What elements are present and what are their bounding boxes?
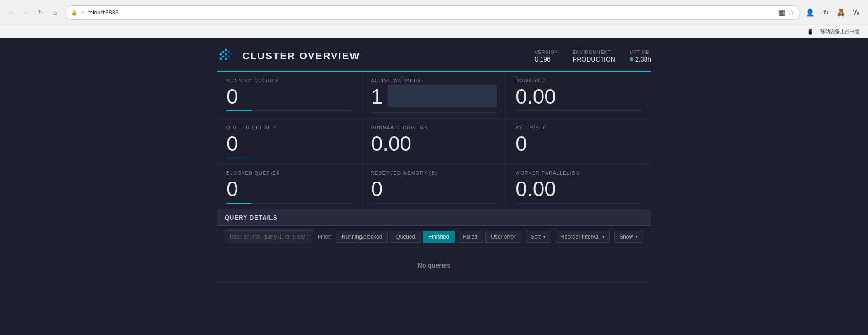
- svg-point-6: [231, 53, 233, 56]
- forward-button[interactable]: →: [20, 6, 33, 19]
- metric-blocked-queries: BLOCKED QUERIES 0: [217, 164, 362, 210]
- cluster-logo: [217, 47, 235, 65]
- back-button[interactable]: ←: [5, 6, 18, 19]
- show-dropdown[interactable]: Show ▼: [614, 231, 643, 243]
- reorder-interval-label: Reorder Interval: [561, 234, 599, 240]
- extensions-button[interactable]: 🧸: [835, 6, 847, 19]
- uptime-stat: UPTIME 2.38h: [630, 50, 651, 63]
- reorder-interval-arrow-icon: ▼: [601, 235, 605, 239]
- metric-bar-4: [371, 158, 497, 158]
- warning-icon: ⚠: [80, 10, 85, 16]
- mobile-bookmarks-link[interactable]: 移动设备上的书签: [817, 27, 863, 36]
- address-bar-container: 🔒 ⚠ ▦ ☆: [65, 5, 800, 20]
- svg-point-7: [222, 56, 225, 58]
- home-button[interactable]: ⌂: [49, 6, 61, 19]
- metric-label-0: RUNNING QUERIES: [226, 78, 353, 83]
- header-left: CLUSTER OVERVIEW: [217, 47, 360, 65]
- address-input[interactable]: [88, 9, 776, 16]
- metric-label-2: ROWS/SEC: [515, 78, 642, 83]
- metric-bar-0: [226, 110, 353, 111]
- browser-actions: 👤 ↻ 🧸 W: [804, 6, 863, 19]
- metric-bar-fill-3: [226, 158, 252, 158]
- metric-rows-sec: ROWS/SEC 0.00: [506, 72, 651, 119]
- metric-bar-3: [226, 158, 353, 158]
- query-filter-input[interactable]: [225, 230, 313, 243]
- reload-button[interactable]: ↻: [34, 6, 47, 19]
- metric-bar-6: [226, 203, 353, 204]
- filter-btn-finished[interactable]: Finished: [423, 231, 455, 243]
- environment-value: PRODUCTION: [573, 56, 615, 63]
- metric-worker-parallelism: WORKER PARALLELISM 0.00: [506, 164, 651, 210]
- filter-btn-queued[interactable]: Queued: [390, 231, 421, 243]
- filter-label: Filter:: [318, 234, 331, 240]
- metrics-grid: RUNNING QUERIES 0 ACTIVE WORKERS 1 ROWS/…: [217, 72, 651, 210]
- environment-stat: ENVIRONMENT PRODUCTION: [573, 50, 615, 63]
- sort-dropdown[interactable]: Sort ▼: [526, 231, 551, 243]
- sort-label: Sort: [531, 234, 541, 240]
- metric-label-1: ACTIVE WORKERS: [371, 78, 497, 83]
- version-stat: VERSION 0.196: [535, 50, 558, 63]
- query-details-header: QUERY DETAILS: [217, 210, 651, 226]
- version-value: 0.196: [535, 56, 551, 63]
- uptime-value-container: 2.38h: [630, 56, 651, 63]
- metric-value-3: 0: [226, 133, 353, 154]
- query-details-section: QUERY DETAILS Filter: Running/blocked Qu…: [217, 210, 651, 283]
- metric-label-3: QUEUED QUERIES: [226, 125, 353, 130]
- metric-value-1: 1: [371, 86, 383, 107]
- metric-runnable-drivers: RUNNABLE DRIVERS 0.00: [362, 119, 507, 164]
- svg-point-5: [225, 53, 227, 56]
- page-title: CLUSTER OVERVIEW: [242, 50, 360, 62]
- bookmarks-bar: 📱 移动设备上的书签: [0, 25, 868, 38]
- filter-btn-failed[interactable]: Failed: [457, 231, 483, 243]
- browser-chrome: ← → ↻ ⌂ 🔒 ⚠ ▦ ☆ 👤 ↻ 🧸 W: [0, 0, 868, 25]
- metric-value-6: 0: [226, 178, 353, 199]
- star-icon[interactable]: ☆: [788, 8, 794, 17]
- menu-button[interactable]: W: [850, 6, 863, 19]
- metric-running-queries: RUNNING QUERIES 0: [217, 72, 362, 119]
- metric-bar-2: [515, 110, 642, 111]
- filter-btn-user-error[interactable]: User error: [485, 231, 521, 243]
- uptime-value: 2.38h: [635, 56, 651, 63]
- query-filter-bar: Filter: Running/blocked Queued Finished …: [217, 226, 651, 248]
- metric-value-8: 0.00: [515, 178, 642, 199]
- filter-btn-running[interactable]: Running/blocked: [336, 231, 388, 243]
- svg-point-2: [222, 51, 225, 53]
- dashboard-header: CLUSTER OVERVIEW VERSION 0.196 ENVIRONME…: [217, 47, 651, 72]
- metric-value-0: 0: [226, 86, 353, 107]
- svg-point-8: [228, 56, 230, 58]
- qr-icon[interactable]: ▦: [778, 8, 785, 17]
- metric-bar-5: [515, 158, 642, 158]
- no-queries-message: No queries: [217, 248, 651, 282]
- nav-buttons: ← → ↻ ⌂: [5, 6, 61, 19]
- metric-reserved-memory: RESERVED MEMORY (B) 0: [362, 164, 507, 210]
- svg-point-3: [228, 51, 230, 53]
- metric-label-8: WORKER PARALLELISM: [515, 171, 642, 176]
- workers-bar-visual: [388, 85, 497, 107]
- main-content: CLUSTER OVERVIEW VERSION 0.196 ENVIRONME…: [0, 38, 868, 335]
- dashboard: CLUSTER OVERVIEW VERSION 0.196 ENVIRONME…: [217, 47, 651, 326]
- svg-point-4: [220, 53, 222, 56]
- metric-bar-8: [515, 203, 642, 204]
- metric-value-7: 0: [371, 178, 497, 199]
- metric-bar-7: [371, 203, 497, 204]
- svg-point-1: [225, 49, 227, 51]
- profile-button[interactable]: 👤: [804, 6, 816, 19]
- metric-label-6: BLOCKED QUERIES: [226, 171, 353, 176]
- version-label: VERSION: [535, 50, 558, 55]
- metric-label-5: BYTES/SEC: [515, 125, 642, 130]
- environment-label: ENVIRONMENT: [573, 50, 611, 55]
- reorder-interval-dropdown[interactable]: Reorder Interval ▼: [556, 231, 610, 243]
- metric-value-2: 0.00: [515, 86, 642, 107]
- show-arrow-icon: ▼: [635, 235, 638, 239]
- filter-buttons: Running/blocked Queued Finished Failed U…: [336, 231, 521, 243]
- uptime-indicator: [630, 57, 633, 61]
- security-icon: 🔒: [71, 10, 78, 16]
- history-button[interactable]: ↻: [819, 6, 832, 19]
- mobile-bookmarks-icon: 📱: [807, 29, 814, 35]
- metric-bar-fill-6: [226, 203, 252, 204]
- metric-queued-queries: QUEUED QUERIES 0: [217, 119, 362, 164]
- metric-value-4: 0.00: [371, 133, 497, 154]
- metric-bytes-sec: BYTES/SEC 0: [506, 119, 651, 164]
- header-right: VERSION 0.196 ENVIRONMENT PRODUCTION UPT…: [535, 50, 651, 63]
- show-label: Show: [619, 234, 633, 240]
